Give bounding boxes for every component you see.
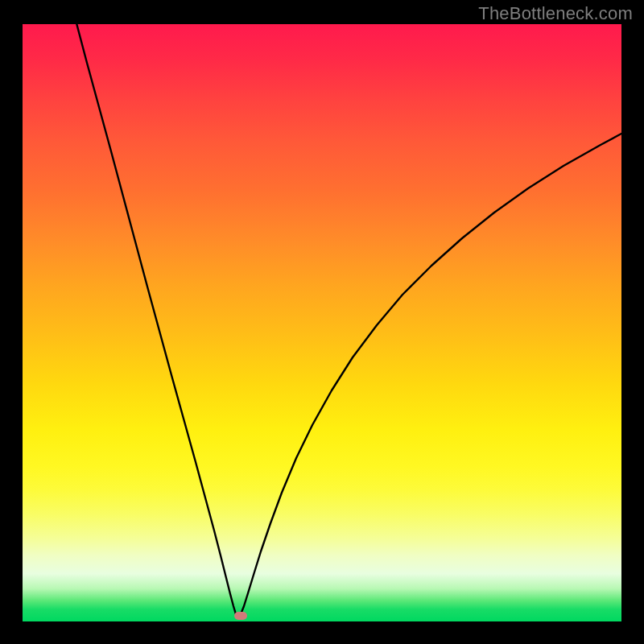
chart-frame: TheBottleneck.com <box>0 0 644 644</box>
watermark-text: TheBottleneck.com <box>478 3 633 24</box>
bottleneck-curve-path <box>76 24 621 617</box>
minimum-marker <box>234 612 247 620</box>
plot-area <box>23 24 621 621</box>
curve-svg <box>23 24 621 621</box>
